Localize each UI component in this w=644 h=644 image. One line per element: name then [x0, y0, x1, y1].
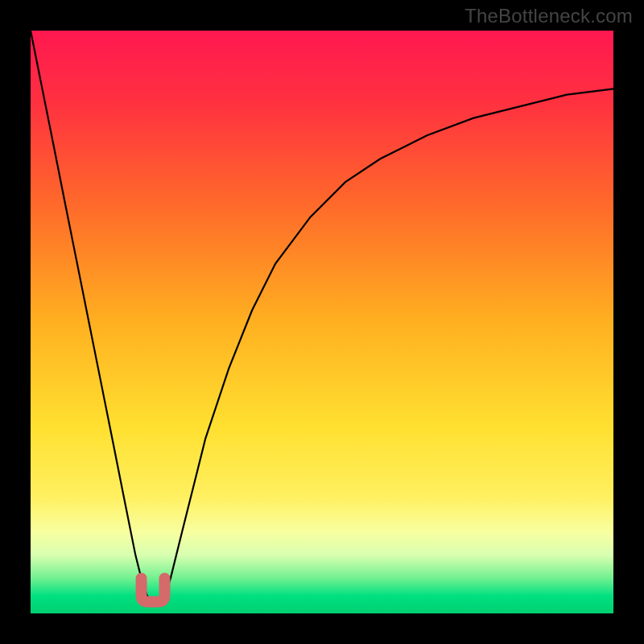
curve-layer — [31, 31, 613, 613]
watermark-text: TheBottleneck.com — [464, 5, 633, 27]
optimal-marker — [142, 579, 165, 602]
gradient-plot-area — [31, 31, 613, 613]
bottleneck-curve — [31, 31, 613, 602]
chart-frame: TheBottleneck.com — [0, 0, 644, 644]
